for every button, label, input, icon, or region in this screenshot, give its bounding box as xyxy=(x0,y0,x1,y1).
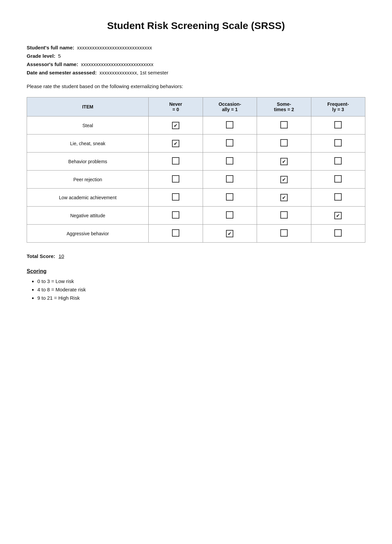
row-0-sometimes-cell[interactable] xyxy=(257,116,311,134)
checkbox-occasionally[interactable] xyxy=(226,121,233,128)
table-row: Aggressive behavior xyxy=(27,225,365,243)
student-name-label: Student's full name: xyxy=(27,45,74,50)
checkbox-sometimes[interactable] xyxy=(280,194,288,201)
page-title: Student Risk Screening Scale (SRSS) xyxy=(27,20,365,31)
checkbox-frequently[interactable] xyxy=(334,175,342,183)
checkbox-sometimes[interactable] xyxy=(280,211,288,219)
table-row: Peer rejection xyxy=(27,171,365,189)
col-header-sometimes: Some-times = 2 xyxy=(257,97,311,116)
row-5-frequently-cell[interactable] xyxy=(311,207,365,225)
grade-value: 5 xyxy=(58,53,61,59)
row-item-label: Behavior problems xyxy=(27,153,149,171)
row-3-sometimes-cell[interactable] xyxy=(257,171,311,189)
checkbox-occasionally[interactable] xyxy=(226,230,233,237)
row-1-sometimes-cell[interactable] xyxy=(257,134,311,153)
meta-section: Student's full name: xxxxxxxxxxxxxxxxxxx… xyxy=(27,45,365,75)
row-1-occasionally-cell[interactable] xyxy=(203,134,257,153)
assessor-label: Assessor's full name: xyxy=(27,61,78,67)
checkbox-never[interactable] xyxy=(172,122,179,129)
row-2-frequently-cell[interactable] xyxy=(311,153,365,171)
checkbox-sometimes[interactable] xyxy=(280,176,288,183)
checkbox-frequently[interactable] xyxy=(334,139,342,147)
row-3-never-cell[interactable] xyxy=(149,171,203,189)
row-0-frequently-cell[interactable] xyxy=(311,116,365,134)
row-6-frequently-cell[interactable] xyxy=(311,225,365,243)
row-6-sometimes-cell[interactable] xyxy=(257,225,311,243)
row-item-label: Aggressive behavior xyxy=(27,225,149,243)
grade-label: Grade level: xyxy=(27,53,55,59)
checkbox-frequently[interactable] xyxy=(334,193,342,201)
scoring-item: 0 to 3 = Low risk xyxy=(37,278,365,284)
date-row: Date and semester assessed: xxxxxxxxxxxx… xyxy=(27,70,365,75)
checkbox-frequently[interactable] xyxy=(334,229,342,237)
checkbox-sometimes[interactable] xyxy=(280,121,288,128)
row-item-label: Negative attitude xyxy=(27,207,149,225)
scoring-item: 4 to 8 = Moderate risk xyxy=(37,287,365,292)
assessor-value: xxxxxxxxxxxxxxxxxxxxxxxxxxxxx xyxy=(81,61,154,67)
col-header-never: Never= 0 xyxy=(149,97,203,116)
instructions-text: Please rate the student based on the fol… xyxy=(27,83,365,89)
student-name-value: xxxxxxxxxxxxxxxxxxxxxxxxxxxxxx xyxy=(77,45,152,50)
row-6-never-cell[interactable] xyxy=(149,225,203,243)
checkbox-never[interactable] xyxy=(172,211,179,219)
date-value: xxxxxxxxxxxxxxx, 1st semester xyxy=(99,70,168,75)
checkbox-sometimes[interactable] xyxy=(280,229,288,237)
checkbox-frequently[interactable] xyxy=(334,212,342,219)
row-0-never-cell[interactable] xyxy=(149,116,203,134)
scoring-item: 9 to 21 = High Risk xyxy=(37,295,365,301)
table-row: Behavior problems xyxy=(27,153,365,171)
checkbox-frequently[interactable] xyxy=(334,121,342,128)
checkbox-occasionally[interactable] xyxy=(226,211,233,219)
checkbox-never[interactable] xyxy=(172,175,179,183)
table-row: Low academic achievement xyxy=(27,189,365,207)
checkbox-never[interactable] xyxy=(172,229,179,237)
table-header-row: ITEM Never= 0 Occasion-ally = 1 Some-tim… xyxy=(27,97,365,116)
row-3-occasionally-cell[interactable] xyxy=(203,171,257,189)
total-label: Total Score: xyxy=(27,253,55,259)
checkbox-never[interactable] xyxy=(172,193,179,201)
row-4-sometimes-cell[interactable] xyxy=(257,189,311,207)
row-0-occasionally-cell[interactable] xyxy=(203,116,257,134)
row-3-frequently-cell[interactable] xyxy=(311,171,365,189)
checkbox-occasionally[interactable] xyxy=(226,193,233,201)
row-5-never-cell[interactable] xyxy=(149,207,203,225)
grade-level-row: Grade level: 5 xyxy=(27,53,365,59)
row-2-never-cell[interactable] xyxy=(149,153,203,171)
table-row: Negative attitude xyxy=(27,207,365,225)
row-1-never-cell[interactable] xyxy=(149,134,203,153)
student-name-row: Student's full name: xxxxxxxxxxxxxxxxxxx… xyxy=(27,45,365,50)
row-5-sometimes-cell[interactable] xyxy=(257,207,311,225)
checkbox-sometimes[interactable] xyxy=(280,158,288,165)
checkbox-occasionally[interactable] xyxy=(226,175,233,183)
row-item-label: Peer rejection xyxy=(27,171,149,189)
checkbox-occasionally[interactable] xyxy=(226,139,233,147)
row-2-occasionally-cell[interactable] xyxy=(203,153,257,171)
scoring-list: 0 to 3 = Low risk4 to 8 = Moderate risk9… xyxy=(27,278,365,301)
row-5-occasionally-cell[interactable] xyxy=(203,207,257,225)
row-item-label: Steal xyxy=(27,116,149,134)
row-4-frequently-cell[interactable] xyxy=(311,189,365,207)
checkbox-never[interactable] xyxy=(172,157,179,165)
total-value: 10 xyxy=(59,253,85,259)
col-header-occasionally: Occasion-ally = 1 xyxy=(203,97,257,116)
scoring-section: Scoring 0 to 3 = Low risk4 to 8 = Modera… xyxy=(27,268,365,301)
checkbox-frequently[interactable] xyxy=(334,157,342,165)
checkbox-sometimes[interactable] xyxy=(280,139,288,147)
checkbox-never[interactable] xyxy=(172,140,179,147)
assessor-name-row: Assessor's full name: xxxxxxxxxxxxxxxxxx… xyxy=(27,61,365,67)
checkbox-occasionally[interactable] xyxy=(226,157,233,165)
col-header-frequently: Frequent-ly = 3 xyxy=(311,97,365,116)
row-item-label: Lie, cheat, sneak xyxy=(27,134,149,153)
row-4-never-cell[interactable] xyxy=(149,189,203,207)
row-6-occasionally-cell[interactable] xyxy=(203,225,257,243)
rating-table: ITEM Never= 0 Occasion-ally = 1 Some-tim… xyxy=(27,97,365,243)
table-row: Lie, cheat, sneak xyxy=(27,134,365,153)
date-label: Date and semester assessed: xyxy=(27,70,97,75)
scoring-heading: Scoring xyxy=(27,268,365,274)
row-2-sometimes-cell[interactable] xyxy=(257,153,311,171)
row-1-frequently-cell[interactable] xyxy=(311,134,365,153)
row-item-label: Low academic achievement xyxy=(27,189,149,207)
row-4-occasionally-cell[interactable] xyxy=(203,189,257,207)
total-section: Total Score: 10 xyxy=(27,253,365,259)
table-row: Steal xyxy=(27,116,365,134)
